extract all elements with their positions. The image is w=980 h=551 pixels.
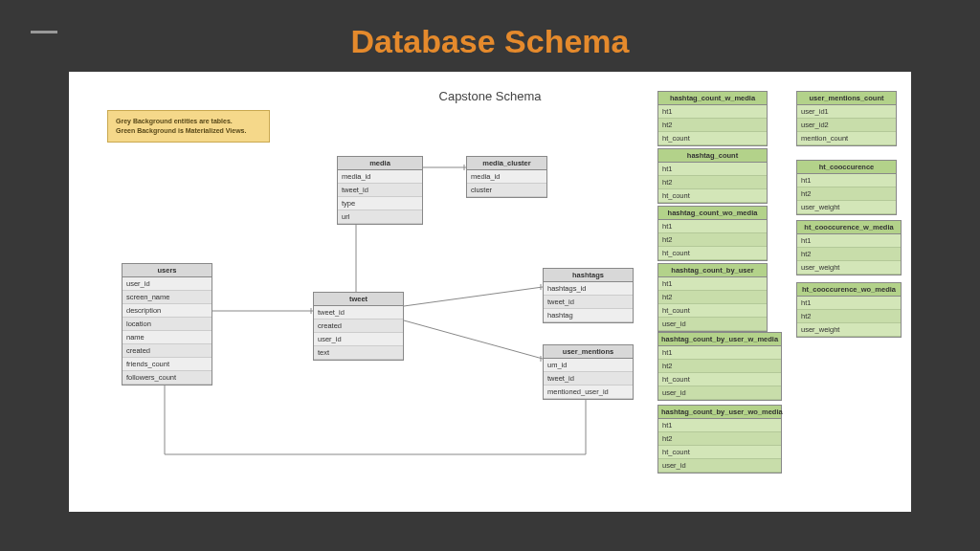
- view-hashtag-count-by-user-wo-media: hashtag_count_by_user_wo_media ht1 ht2 h…: [657, 405, 782, 474]
- page-title: Database Schema: [0, 0, 980, 72]
- field: description: [122, 304, 212, 318]
- field: ht_count: [658, 304, 767, 318]
- field: user_id: [122, 277, 212, 291]
- field: name: [122, 331, 212, 344]
- field: friends_count: [122, 358, 212, 371]
- field: ht_count: [658, 446, 781, 459]
- field: ht2: [797, 310, 901, 323]
- field: ht_count: [658, 189, 767, 203]
- svg-line-8: [404, 320, 543, 359]
- field: tweet_id: [544, 296, 633, 309]
- entity-header: media: [338, 157, 422, 170]
- field: hashtag: [544, 309, 633, 322]
- field: created: [314, 320, 403, 333]
- entity-header: hashtag_count_by_user_w_media: [658, 333, 781, 346]
- legend-box: Grey Background entities are tables. Gre…: [107, 110, 270, 143]
- field: um_id: [544, 359, 633, 372]
- legend-line2: Green Background is Materialized Views.: [116, 126, 261, 136]
- field: user_id1: [797, 105, 896, 119]
- entity-header: media_cluster: [467, 157, 546, 170]
- entity-header: hashtag_count_by_user: [658, 264, 767, 277]
- entity-media: media media_id tweet_id type url: [337, 156, 423, 225]
- field: ht_count: [658, 132, 767, 145]
- field: ht1: [797, 174, 896, 187]
- schema-title: Capstone Schema: [439, 89, 542, 103]
- field: ht2: [797, 187, 896, 201]
- field: tweet_id: [314, 306, 403, 320]
- view-hashtag-count-by-user-w-media: hashtag_count_by_user_w_media ht1 ht2 ht…: [657, 332, 782, 401]
- field: user_id: [658, 459, 781, 473]
- entity-header: tweet: [314, 293, 403, 306]
- field: created: [122, 344, 212, 358]
- field: ht2: [658, 119, 767, 132]
- field: ht2: [658, 233, 767, 247]
- field: tweet_id: [338, 184, 422, 197]
- field: screen_name: [122, 291, 212, 304]
- field: ht1: [658, 220, 767, 233]
- schema-canvas: Capstone Schema Grey Background entities…: [69, 72, 911, 512]
- field: hashtags_id: [544, 282, 633, 296]
- field: user_weight: [797, 323, 901, 337]
- entity-hashtags: hashtags hashtags_id tweet_id hashtag: [543, 268, 634, 323]
- field: ht1: [658, 105, 767, 119]
- view-ht-cooccurence: ht_cooccurence ht1 ht2 user_weight: [796, 160, 897, 215]
- view-hashtag-count-by-user: hashtag_count_by_user ht1 ht2 ht_count u…: [657, 263, 768, 332]
- field: user_id2: [797, 119, 896, 132]
- entity-header: users: [122, 264, 212, 277]
- field: followers_count: [122, 371, 212, 385]
- field: url: [338, 210, 422, 224]
- entity-header: ht_cooccurence_wo_media: [797, 283, 901, 297]
- entity-header: ht_cooccurence: [797, 161, 896, 174]
- field: cluster: [467, 184, 546, 197]
- field: media_id: [467, 170, 546, 184]
- entity-header: user_mentions: [544, 345, 633, 359]
- view-user-mentions-count: user_mentions_count user_id1 user_id2 me…: [796, 91, 897, 146]
- field: type: [338, 197, 422, 210]
- field: ht2: [658, 291, 767, 304]
- field: text: [314, 346, 403, 360]
- field: user_weight: [797, 261, 901, 275]
- entity-header: user_mentions_count: [797, 92, 896, 105]
- svg-line-6: [404, 287, 543, 306]
- entity-media-cluster: media_cluster media_id cluster: [466, 156, 547, 198]
- field: user_id: [658, 318, 767, 331]
- entity-user-mentions: user_mentions um_id tweet_id mentioned_u…: [543, 344, 634, 400]
- entity-header: hashtags: [544, 269, 633, 282]
- field: ht1: [797, 297, 901, 310]
- field: mentioned_user_id: [544, 386, 633, 399]
- view-ht-cooccurence-wo-media: ht_cooccurence_wo_media ht1 ht2 user_wei…: [796, 282, 902, 338]
- field: ht_count: [658, 373, 781, 386]
- entity-header: ht_cooccurence_w_media: [797, 221, 901, 234]
- field: user_id: [314, 333, 403, 346]
- field: ht1: [658, 163, 767, 176]
- field: ht2: [797, 248, 901, 261]
- field: user_weight: [797, 201, 896, 214]
- field: ht1: [658, 277, 767, 291]
- field: user_id: [658, 386, 781, 400]
- entity-header: hashtag_count_w_media: [658, 92, 767, 105]
- field: ht1: [658, 419, 781, 432]
- field: ht_count: [658, 247, 767, 260]
- entity-header: hashtag_count_wo_media: [658, 207, 767, 220]
- field: tweet_id: [544, 372, 633, 386]
- entity-header: hashtag_count_by_user_wo_media: [658, 406, 781, 419]
- accent-dash: [31, 31, 57, 33]
- field: ht2: [658, 360, 781, 373]
- field: mention_count: [797, 132, 896, 145]
- field: ht1: [658, 346, 781, 360]
- view-ht-cooccurence-w-media: ht_cooccurence_w_media ht1 ht2 user_weig…: [796, 220, 902, 276]
- field: ht2: [658, 432, 781, 446]
- entity-users: users user_id screen_name description lo…: [122, 263, 212, 386]
- entity-header: hashtag_count: [658, 149, 767, 163]
- field: ht2: [658, 176, 767, 189]
- view-hashtag-count-wo-media: hashtag_count_wo_media ht1 ht2 ht_count: [657, 206, 768, 261]
- field: media_id: [338, 170, 422, 184]
- view-hashtag-count-w-media: hashtag_count_w_media ht1 ht2 ht_count: [657, 91, 768, 146]
- field: ht1: [797, 234, 901, 248]
- legend-line1: Grey Background entities are tables.: [116, 117, 261, 126]
- entity-tweet: tweet tweet_id created user_id text: [313, 292, 404, 361]
- field: location: [122, 318, 212, 331]
- view-hashtag-count: hashtag_count ht1 ht2 ht_count: [657, 148, 768, 204]
